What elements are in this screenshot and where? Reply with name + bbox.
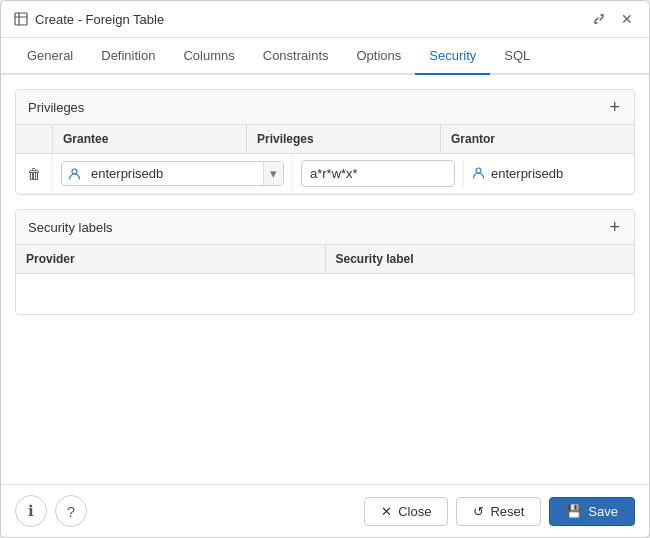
grantor-value-wrap: enterprisedb xyxy=(472,166,626,182)
tab-security[interactable]: Security xyxy=(415,38,490,75)
security-labels-section: Security labels + Provider Security labe… xyxy=(15,209,635,315)
col-header-grantor: Grantor xyxy=(440,125,634,153)
col-header-privileges: Privileges xyxy=(246,125,440,153)
col-header-provider: Provider xyxy=(16,245,325,273)
main-content: Privileges + Grantee Privileges Grantor … xyxy=(1,75,649,484)
grantee-dropdown-arrow[interactable]: ▾ xyxy=(263,162,283,185)
close-x-icon: ✕ xyxy=(381,504,392,519)
save-icon: 💾 xyxy=(566,504,582,519)
dialog-title: Create - Foreign Table xyxy=(35,12,164,27)
privileges-input[interactable] xyxy=(301,160,455,187)
reset-label: Reset xyxy=(490,504,524,519)
reset-button[interactable]: ↺ Reset xyxy=(456,497,541,526)
info-button[interactable]: ℹ xyxy=(15,495,47,527)
privileges-section-header: Privileges + xyxy=(16,90,634,125)
save-label: Save xyxy=(588,504,618,519)
security-labels-empty xyxy=(16,274,634,314)
tab-sql[interactable]: SQL xyxy=(490,38,544,75)
info-icon: ℹ xyxy=(28,502,34,520)
close-button[interactable]: ✕ xyxy=(617,9,637,29)
title-bar-left: Create - Foreign Table xyxy=(13,11,164,27)
col-header-grantee: Grantee xyxy=(52,125,246,153)
tab-general[interactable]: General xyxy=(13,38,87,75)
grantee-input[interactable] xyxy=(87,162,263,185)
privileges-section: Privileges + Grantee Privileges Grantor … xyxy=(15,89,635,195)
tab-options[interactable]: Options xyxy=(343,38,416,75)
close-label: Close xyxy=(398,504,431,519)
privilege-row: 🗑 ▾ xyxy=(16,154,634,194)
footer-right: ✕ Close ↺ Reset 💾 Save xyxy=(364,497,635,526)
save-button[interactable]: 💾 Save xyxy=(549,497,635,526)
privileges-section-title: Privileges xyxy=(28,100,84,115)
svg-rect-0 xyxy=(15,13,27,25)
delete-privilege-button[interactable]: 🗑 xyxy=(24,163,44,185)
maximize-button[interactable] xyxy=(589,11,609,27)
privileges-table: Grantee Privileges Grantor 🗑 xyxy=(16,125,634,194)
title-bar: Create - Foreign Table ✕ xyxy=(1,1,649,38)
tab-constraints[interactable]: Constraints xyxy=(249,38,343,75)
grantee-user-icon xyxy=(62,163,87,184)
svg-point-4 xyxy=(476,168,481,173)
col-header-security-label: Security label xyxy=(325,245,635,273)
grantee-input-wrap: ▾ xyxy=(61,161,284,186)
security-labels-table: Provider Security label xyxy=(16,245,634,314)
grantee-cell: ▾ xyxy=(52,155,292,192)
tab-bar: General Definition Columns Constraints O… xyxy=(1,38,649,75)
tab-columns[interactable]: Columns xyxy=(169,38,248,75)
svg-point-3 xyxy=(72,169,77,174)
help-icon: ? xyxy=(67,503,75,520)
add-privilege-button[interactable]: + xyxy=(607,98,622,116)
security-labels-section-title: Security labels xyxy=(28,220,113,235)
help-button[interactable]: ? xyxy=(55,495,87,527)
privileges-cell xyxy=(292,154,463,193)
grantor-cell: enterprisedb xyxy=(463,160,634,188)
footer: ℹ ? ✕ Close ↺ Reset 💾 Save xyxy=(1,484,649,537)
grantor-user-icon xyxy=(472,166,485,182)
tab-definition[interactable]: Definition xyxy=(87,38,169,75)
security-labels-section-header: Security labels + xyxy=(16,210,634,245)
table-icon xyxy=(13,11,29,27)
grantor-value: enterprisedb xyxy=(491,166,563,181)
title-bar-actions: ✕ xyxy=(589,9,637,29)
reset-icon: ↺ xyxy=(473,504,484,519)
dialog: Create - Foreign Table ✕ General Definit… xyxy=(0,0,650,538)
close-dialog-button[interactable]: ✕ Close xyxy=(364,497,448,526)
delete-cell: 🗑 xyxy=(16,157,52,191)
footer-left: ℹ ? xyxy=(15,495,87,527)
add-security-label-button[interactable]: + xyxy=(607,218,622,236)
